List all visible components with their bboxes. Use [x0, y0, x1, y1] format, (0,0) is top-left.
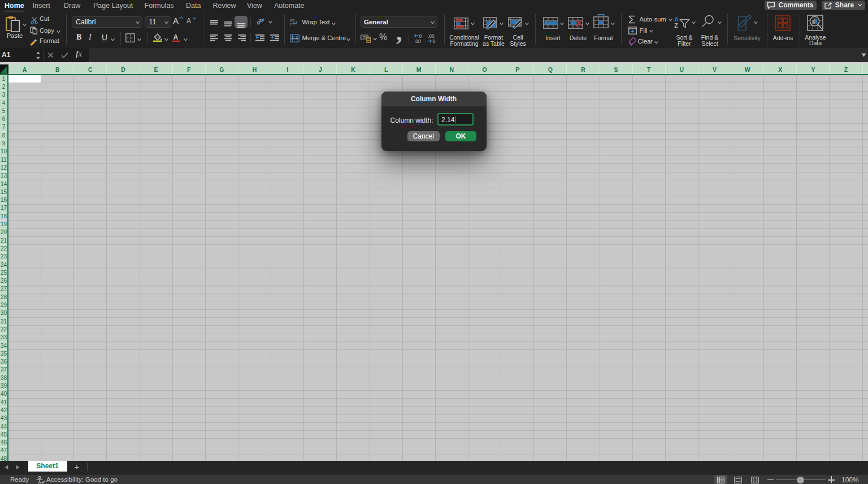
svg-text:A: A — [173, 33, 179, 41]
svg-text:0: 0 — [433, 38, 436, 44]
svg-text:Z: Z — [674, 22, 678, 28]
svg-text:.00: .00 — [414, 38, 421, 44]
svg-text:A: A — [674, 16, 679, 23]
svg-text:c: c — [290, 21, 292, 26]
